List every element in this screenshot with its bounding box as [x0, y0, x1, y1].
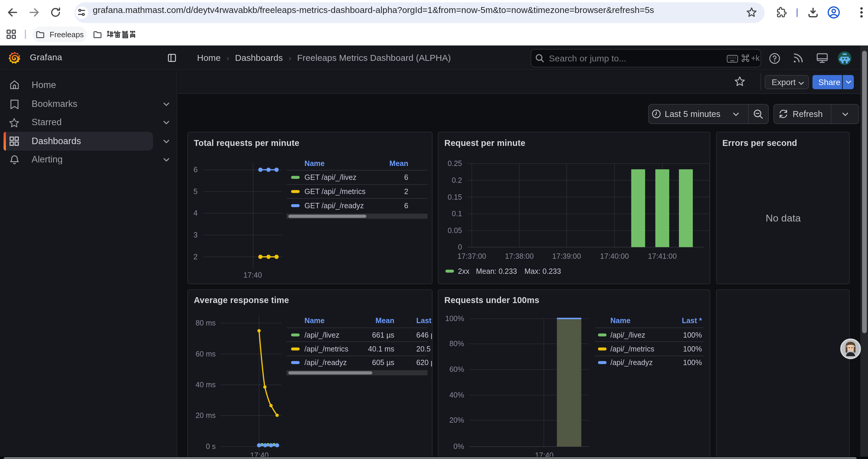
svg-text:661 µs: 661 µs: [372, 330, 395, 339]
svg-text:Mean: 0.233: Mean: 0.233: [476, 267, 517, 275]
svg-text:GET /api/_/metrics: GET /api/_/metrics: [305, 187, 366, 196]
svg-text:0.2: 0.2: [452, 176, 462, 184]
svg-text:Name: Name: [305, 316, 325, 324]
svg-text:2: 2: [193, 253, 198, 261]
svg-text:Last *: Last *: [682, 316, 702, 324]
svg-text:17:40:00: 17:40:00: [600, 252, 629, 260]
svg-text:646 µs: 646 µs: [416, 330, 432, 339]
svg-text:17:39:00: 17:39:00: [552, 252, 581, 260]
svg-text:Mean: Mean: [390, 159, 408, 167]
svg-text:/api/_/readyz: /api/_/readyz: [305, 358, 347, 366]
svg-text:17:37:00: 17:37:00: [457, 252, 486, 260]
svg-text:17:40: 17:40: [243, 271, 262, 279]
svg-text:2: 2: [404, 187, 408, 196]
svg-text:0.15: 0.15: [447, 193, 462, 201]
svg-text:20%: 20%: [450, 416, 464, 424]
svg-text:40 ms: 40 ms: [195, 380, 216, 388]
svg-text:Name: Name: [305, 159, 325, 167]
svg-text:0.25: 0.25: [447, 159, 462, 167]
svg-text:100%: 100%: [683, 345, 702, 353]
svg-text:/api/_/readyz: /api/_/readyz: [610, 358, 653, 366]
svg-text:6: 6: [404, 173, 408, 182]
svg-text:605 µs: 605 µs: [372, 358, 395, 366]
svg-text:60%: 60%: [450, 365, 464, 373]
svg-text:40%: 40%: [450, 391, 464, 399]
svg-text:/api/_/livez: /api/_/livez: [610, 330, 645, 339]
svg-text:6: 6: [193, 165, 198, 174]
svg-text:17:41:00: 17:41:00: [648, 252, 677, 260]
svg-text:2xx: 2xx: [458, 267, 469, 275]
svg-text:0%: 0%: [454, 442, 464, 450]
svg-text:40.1 ms: 40.1 ms: [368, 345, 395, 353]
svg-text:GET /api/_/livez: GET /api/_/livez: [305, 173, 356, 182]
svg-text:0.1: 0.1: [452, 209, 462, 218]
svg-text:60 ms: 60 ms: [195, 350, 216, 358]
svg-text:Last *: Last *: [416, 316, 432, 324]
svg-text:80 ms: 80 ms: [195, 319, 216, 327]
svg-text:100%: 100%: [683, 358, 702, 366]
svg-text:/api/_/livez: /api/_/livez: [305, 330, 339, 339]
svg-text:GET /api/_/readyz: GET /api/_/readyz: [305, 201, 364, 210]
svg-text:6: 6: [404, 201, 408, 210]
svg-text:0: 0: [458, 243, 462, 251]
svg-text:Mean: Mean: [375, 316, 395, 324]
svg-text:4: 4: [193, 209, 198, 217]
svg-text:620 µs: 620 µs: [416, 358, 432, 366]
svg-text:/api/_/metrics: /api/_/metrics: [305, 345, 349, 353]
svg-text:Max: 0.233: Max: 0.233: [524, 267, 561, 275]
svg-text:0 s: 0 s: [206, 442, 216, 450]
svg-text:20 ms: 20 ms: [195, 411, 216, 419]
svg-text:0.05: 0.05: [447, 226, 462, 234]
svg-text:100%: 100%: [683, 330, 702, 339]
svg-text:3: 3: [193, 231, 198, 239]
svg-text:20.5 ms: 20.5 ms: [416, 345, 432, 353]
svg-text:17:38:00: 17:38:00: [505, 252, 533, 260]
svg-text:/api/_/metrics: /api/_/metrics: [610, 345, 654, 353]
svg-text:Name: Name: [610, 316, 630, 324]
svg-text:100%: 100%: [445, 314, 464, 322]
svg-text:5: 5: [193, 187, 198, 196]
svg-text:80%: 80%: [450, 339, 464, 347]
